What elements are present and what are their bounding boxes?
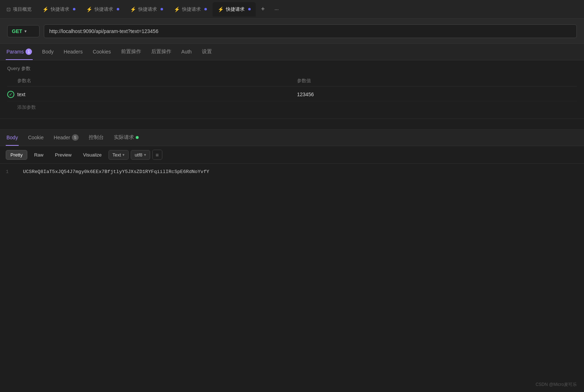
method-selector[interactable]: GET ▾: [7, 25, 40, 37]
actual-req-dot: [136, 136, 139, 139]
param-value-cell[interactable]: 123456: [297, 92, 577, 97]
resp-tab-console[interactable]: 控制台: [88, 130, 105, 146]
lightning-icon-5: ⚡: [218, 6, 224, 12]
tab-bar: ⊡ 项目概览 ⚡ 快捷请求 ⚡ 快捷请求 ⚡ 快捷请求 ⚡ 快捷请求 ⚡ 快捷请…: [0, 0, 584, 19]
raw-button[interactable]: Raw: [29, 150, 48, 160]
param-check[interactable]: ✓: [7, 91, 17, 98]
check-icon: ✓: [7, 91, 14, 98]
param-value: 123456: [297, 92, 314, 97]
response-line-1-content: UCSReQ8IaT5xJQ54J7mgy0k6EEx7BfjtlyY5JXsZ…: [23, 169, 209, 174]
wrap-lines-button[interactable]: ≡: [152, 150, 162, 160]
type-select[interactable]: Text ▾: [108, 150, 129, 160]
tab-overview-label: 项目概览: [13, 6, 32, 13]
tab-overview[interactable]: ⊡ 项目概览: [1, 2, 37, 17]
wrap-icon-symbol: ≡: [156, 152, 159, 158]
type-select-label: Text: [112, 152, 121, 158]
req-tab-settings[interactable]: 设置: [201, 44, 213, 60]
resp-tab-cookie-label: Cookie: [28, 135, 44, 140]
query-params-title: Query 参数: [7, 65, 577, 72]
line-number-1: 1: [6, 168, 13, 176]
add-param-row[interactable]: 添加参数: [7, 101, 577, 113]
lightning-icon-4: ⚡: [174, 6, 180, 12]
url-bar: GET ▾: [0, 19, 584, 44]
req-tab-cookies[interactable]: Cookies: [92, 44, 112, 60]
req-tab-params-badge: 1: [26, 48, 32, 55]
param-col-value-header: 参数值: [297, 78, 577, 84]
resp-tab-console-label: 控制台: [89, 134, 104, 141]
format-bar: Pretty Raw Preview Visualize Text ▾ utf8…: [0, 146, 584, 164]
tab-req1-label: 快捷请求: [51, 6, 69, 13]
more-tabs-button[interactable]: ···: [270, 3, 283, 16]
req-tab-params-label: Params: [6, 49, 24, 55]
tab-req3[interactable]: ⚡ 快捷请求: [125, 2, 168, 17]
tab-req1-dot: [73, 8, 75, 10]
tab-req4[interactable]: ⚡ 快捷请求: [169, 2, 212, 17]
resp-tab-header-label: Header: [54, 135, 70, 140]
req-tab-settings-label: 设置: [202, 48, 212, 55]
overview-icon: ⊡: [6, 6, 11, 12]
request-tabs: Params 1 Body Headers Cookies 前置操作 后置操作 …: [0, 44, 584, 60]
param-col-name-header: 参数名: [17, 78, 297, 84]
add-tab-button[interactable]: +: [256, 3, 269, 16]
table-row: ✓ text 123456: [7, 88, 577, 101]
req-tab-body[interactable]: Body: [41, 44, 54, 60]
param-table-header: 参数名 参数值: [7, 75, 577, 87]
preview-button[interactable]: Preview: [50, 150, 76, 160]
tab-req2[interactable]: ⚡ 快捷请求: [81, 2, 124, 17]
response-tabs: Body Cookie Header 5 控制台 实际请求: [0, 130, 584, 146]
tab-req3-dot: [161, 8, 163, 10]
add-param-label: 添加参数: [17, 104, 36, 110]
param-table: 参数名 参数值 ✓ text 123456 添加参数: [7, 75, 577, 113]
params-section: Query 参数 参数名 参数值 ✓ text 123456 添加参数: [0, 60, 584, 119]
tab-req2-label: 快捷请求: [94, 6, 113, 13]
resp-tab-body[interactable]: Body: [6, 130, 19, 146]
type-select-chevron-icon: ▾: [122, 153, 125, 157]
encoding-select[interactable]: utf8 ▾: [131, 150, 150, 160]
req-tab-auth-label: Auth: [181, 49, 192, 55]
param-name-cell[interactable]: text: [17, 92, 297, 97]
resp-tab-cookie[interactable]: Cookie: [27, 130, 45, 146]
tab-req4-label: 快捷请求: [182, 6, 201, 13]
req-tab-post-op[interactable]: 后置操作: [150, 44, 172, 60]
watermark: CSDN @Micro麦可乐: [536, 382, 577, 388]
method-label: GET: [12, 28, 22, 34]
resp-tab-actual-req-label: 实际请求: [114, 134, 134, 141]
visualize-button[interactable]: Visualize: [78, 150, 106, 160]
req-tab-headers[interactable]: Headers: [63, 44, 83, 60]
req-tab-headers-label: Headers: [64, 49, 83, 55]
tab-req4-dot: [204, 8, 207, 10]
tab-req5[interactable]: ⚡ 快捷请求: [213, 2, 256, 17]
pretty-button[interactable]: Pretty: [6, 150, 27, 160]
req-tab-auth[interactable]: Auth: [181, 44, 193, 60]
param-name-value: text: [17, 92, 26, 97]
tab-req1[interactable]: ⚡ 快捷请求: [37, 2, 80, 17]
req-tab-pre-op-label: 前置操作: [121, 48, 141, 55]
lightning-icon-3: ⚡: [130, 6, 136, 12]
response-line-1: 1 UCSReQ8IaT5xJQ54J7mgy0k6EEx7BfjtlyY5JX…: [6, 168, 578, 176]
lightning-icon-2: ⚡: [86, 6, 92, 12]
method-chevron-icon: ▾: [24, 29, 27, 34]
req-tab-params[interactable]: Params 1: [6, 44, 33, 60]
tab-req3-label: 快捷请求: [138, 6, 157, 13]
encoding-select-chevron-icon: ▾: [144, 153, 146, 157]
url-input[interactable]: [44, 24, 577, 38]
encoding-select-label: utf8: [135, 152, 143, 158]
resp-tab-header-badge: 5: [72, 134, 78, 141]
req-tab-post-op-label: 后置操作: [151, 48, 171, 55]
response-body: 1 UCSReQ8IaT5xJQ54J7mgy0k6EEx7BfjtlyY5JX…: [0, 164, 584, 180]
resp-tab-body-label: Body: [6, 135, 18, 140]
lightning-icon-1: ⚡: [42, 6, 48, 12]
tab-req2-dot: [117, 8, 119, 10]
req-tab-cookies-label: Cookies: [93, 49, 111, 55]
req-tab-body-label: Body: [42, 49, 54, 55]
tab-req5-dot: [248, 8, 251, 10]
resp-tab-actual-req[interactable]: 实际请求: [113, 130, 139, 146]
req-tab-pre-op[interactable]: 前置操作: [120, 44, 142, 60]
resp-tab-header[interactable]: Header 5: [53, 130, 79, 146]
tab-req5-label: 快捷请求: [226, 6, 245, 13]
